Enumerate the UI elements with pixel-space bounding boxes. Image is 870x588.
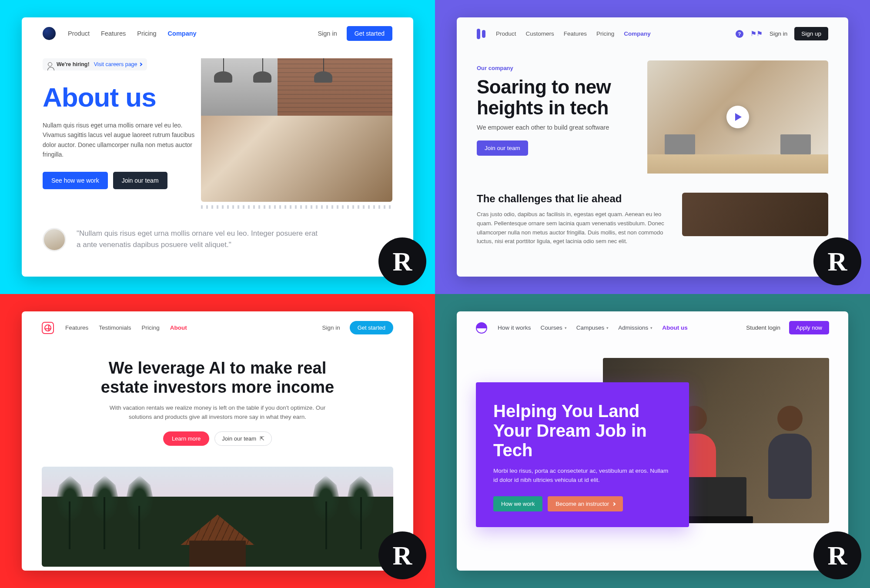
hero-card: Helping You Land Your Dream Job in Tech …: [476, 382, 689, 527]
nav-courses[interactable]: Courses▾: [541, 324, 567, 331]
logo-icon[interactable]: [43, 27, 56, 40]
subtitle: We empower each other to build great sof…: [477, 124, 632, 131]
join-team-button[interactable]: Join our team: [477, 140, 528, 156]
nav-about[interactable]: About: [170, 324, 187, 331]
header: Product Features Pricing Company Sign in…: [22, 17, 413, 50]
nav-company[interactable]: Company: [168, 30, 197, 37]
hiring-banner[interactable]: We're hiring! Visit careers page: [43, 58, 147, 70]
signin-link[interactable]: Sign in: [770, 30, 787, 37]
chevron-right-icon: [612, 502, 616, 505]
quote-text: "Nullam quis risus eget urna mollis orna…: [77, 228, 320, 251]
page-title: About us: [43, 82, 197, 113]
chevron-down-icon: ▾: [565, 326, 567, 330]
page-title: Helping You Land Your Dream Job in Tech: [493, 401, 672, 460]
logo-icon[interactable]: [477, 29, 485, 39]
become-instructor-button[interactable]: Become an instructor: [548, 496, 623, 511]
chevron-right-icon: [138, 63, 142, 66]
get-started-button[interactable]: Get started: [347, 26, 392, 41]
hero-video[interactable]: [647, 60, 828, 174]
nav-customers[interactable]: Customers: [526, 30, 554, 37]
nav-company[interactable]: Company: [624, 30, 651, 37]
apply-now-button[interactable]: Apply now: [789, 321, 829, 334]
section-title: The challenges that lie ahead: [477, 193, 666, 205]
main-nav: Product Customers Features Pricing Compa…: [496, 30, 651, 37]
join-team-button[interactable]: Join our team ⇱: [214, 431, 272, 446]
nav-pricing[interactable]: Pricing: [137, 30, 156, 37]
intro-body: Morbi leo risus, porta ac consectetur ac…: [493, 467, 672, 485]
person-icon: [48, 62, 52, 67]
main-nav: Product Features Pricing Company: [68, 30, 197, 37]
nav-how-it-works[interactable]: How it works: [498, 324, 531, 331]
header: How it works Courses▾ Campuses▾ Admissio…: [457, 311, 848, 344]
soaring-card: Product Customers Features Pricing Compa…: [457, 17, 848, 277]
intro-body: With vacation rentals we realize money i…: [104, 404, 331, 422]
hero-image: [201, 58, 392, 202]
logo-icon[interactable]: [42, 322, 54, 334]
r-badge: R: [813, 237, 861, 285]
testimonial: "Nullam quis risus eget urna mollis orna…: [22, 210, 413, 251]
get-started-button[interactable]: Get started: [350, 321, 393, 334]
r-badge: R: [378, 237, 426, 285]
nav-features[interactable]: Features: [101, 30, 126, 37]
page-title: Soaring to new heights in tech: [477, 77, 632, 118]
carousel-dots[interactable]: [201, 205, 392, 209]
student-login-link[interactable]: Student login: [746, 324, 780, 331]
r-badge: R: [813, 531, 861, 579]
real-estate-card: Features Testimonials Pricing About Sign…: [22, 311, 413, 571]
chevron-down-icon: ▾: [606, 326, 609, 330]
r-badge: R: [378, 531, 426, 579]
header: Features Testimonials Pricing About Sign…: [22, 311, 413, 344]
avatar: [43, 228, 66, 251]
section-image: [682, 193, 828, 236]
about-us-card: Product Features Pricing Company Sign in…: [22, 17, 413, 277]
people-icon[interactable]: ⚑⚑: [750, 30, 763, 38]
dream-job-card: How it works Courses▾ Campuses▾ Admissio…: [457, 311, 848, 571]
nav-product[interactable]: Product: [68, 30, 90, 37]
main-nav: Features Testimonials Pricing About: [65, 324, 187, 331]
signin-link[interactable]: Sign in: [318, 30, 337, 37]
header: Product Customers Features Pricing Compa…: [457, 17, 848, 50]
nav-admissions[interactable]: Admissions▾: [618, 324, 652, 331]
nav-product[interactable]: Product: [496, 30, 516, 37]
nav-about-us[interactable]: About us: [662, 324, 688, 331]
nav-features[interactable]: Features: [65, 324, 88, 331]
signin-link[interactable]: Sign in: [322, 324, 340, 331]
see-how-button[interactable]: See how we work: [43, 172, 108, 189]
learn-more-button[interactable]: Learn more: [163, 431, 209, 446]
how-we-work-button[interactable]: How we work: [493, 496, 542, 511]
play-icon[interactable]: [726, 106, 749, 128]
eyebrow: Our company: [477, 65, 632, 71]
hero-image: [42, 467, 393, 567]
cabin-icon: [181, 514, 254, 567]
main-nav: How it works Courses▾ Campuses▾ Admissio…: [498, 324, 688, 331]
chevron-down-icon: ▾: [650, 326, 652, 330]
nav-features[interactable]: Features: [564, 30, 587, 37]
intro-body: Nullam quis risus eget urna mollis ornar…: [43, 120, 197, 160]
hiring-label: We're hiring!: [57, 61, 90, 67]
join-team-button[interactable]: Join our team: [113, 172, 167, 189]
nav-pricing[interactable]: Pricing: [596, 30, 614, 37]
logo-icon[interactable]: [476, 322, 487, 334]
careers-link[interactable]: Visit careers page: [94, 61, 142, 67]
nav-campuses[interactable]: Campuses▾: [576, 324, 609, 331]
nav-pricing[interactable]: Pricing: [142, 324, 160, 331]
page-title: We leverage AI to make real estate inves…: [96, 359, 339, 397]
external-link-icon: ⇱: [260, 435, 264, 442]
help-icon[interactable]: ?: [736, 30, 743, 38]
section-body: Cras justo odio, dapibus ac facilisis in…: [477, 210, 666, 246]
signup-button[interactable]: Sign up: [794, 27, 828, 40]
nav-testimonials[interactable]: Testimonials: [99, 324, 131, 331]
